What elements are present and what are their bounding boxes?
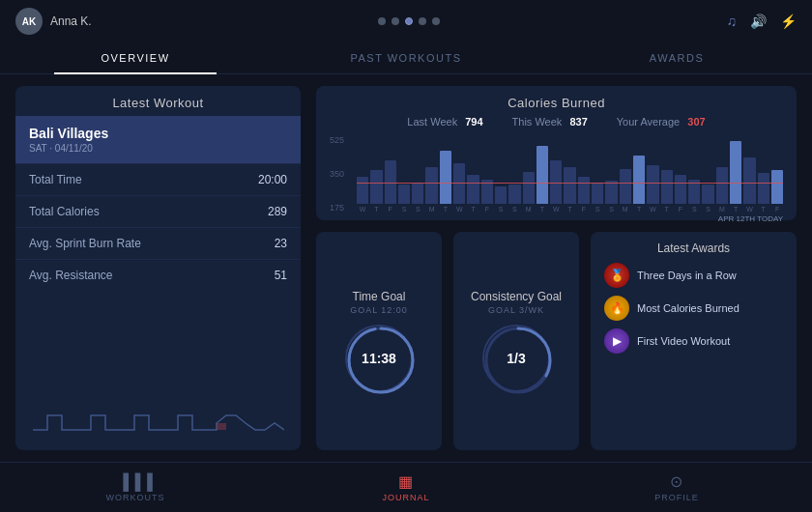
left-panel: Latest Workout Bali Villages SAT · 04/11… — [15, 86, 301, 450]
bar-22 — [661, 170, 673, 204]
awards-title: Latest Awards — [604, 242, 783, 255]
chart-bar-22: T — [661, 170, 673, 213]
workout-header[interactable]: Bali Villages SAT · 04/11/20 — [15, 116, 301, 163]
chart-bar-13: T — [536, 146, 548, 213]
chart-bar-15: T — [564, 167, 575, 213]
avg-line — [357, 183, 783, 184]
day-label-14: W — [553, 206, 560, 213]
chart-bar-20: T — [633, 156, 645, 213]
day-label-29: T — [762, 206, 766, 213]
chart-y-labels: 525 350 175 — [330, 135, 353, 213]
bar-23 — [675, 175, 686, 204]
workout-name: Bali Villages — [29, 126, 287, 141]
award-item-0: 🏅 Three Days in a Row — [604, 263, 783, 288]
day-label-15: T — [567, 206, 571, 213]
day-label-9: F — [485, 206, 489, 213]
bar-28 — [743, 157, 755, 204]
svg-point-2 — [349, 328, 413, 392]
chart-date-label: APR 12TH TODAY — [330, 214, 783, 223]
workout-date: SAT · 04/11/20 — [29, 143, 287, 154]
dot-2[interactable] — [392, 17, 399, 25]
award-icon-0: 🏅 — [604, 263, 629, 288]
day-label-7: W — [456, 206, 463, 213]
user-info: AK Anna K. — [15, 8, 92, 35]
workouts-icon: ▐▐▐ — [117, 473, 153, 491]
right-panel: Calories Burned Last Week 794 This Week … — [316, 86, 797, 450]
chart-bars-container: WTFSSMTWTFSSMTWTFSSMTWTFSSMTWTF — [357, 135, 783, 213]
profile-label: PROFILE — [654, 493, 699, 502]
bar-10 — [495, 186, 507, 204]
dot-4[interactable] — [419, 17, 426, 25]
chart-bar-21: W — [647, 165, 658, 213]
stat-value-calories: 289 — [268, 205, 287, 218]
day-label-30: F — [775, 206, 779, 213]
award-label-0: Three Days in a Row — [637, 270, 737, 281]
stat-total-time: Total Time 20:00 — [15, 163, 301, 195]
day-label-20: T — [637, 206, 641, 213]
chart-bar-14: W — [550, 160, 562, 213]
nav-workouts[interactable]: ▐▐▐ WORKOUTS — [0, 463, 271, 512]
tab-awards[interactable]: AWARDS — [541, 43, 812, 73]
award-label-2: First Video Workout — [637, 335, 730, 347]
music-icon[interactable]: ♫ — [726, 14, 737, 29]
dot-1[interactable] — [378, 17, 386, 25]
day-label-13: T — [540, 206, 544, 213]
profile-icon: ⊙ — [670, 472, 683, 491]
dot-5[interactable] — [432, 17, 440, 25]
day-label-28: W — [746, 206, 753, 213]
volume-icon[interactable]: 🔊 — [750, 14, 767, 29]
nav-profile[interactable]: ⊙ PROFILE — [541, 463, 812, 512]
chart-bar-4: S — [412, 183, 423, 213]
day-label-2: F — [389, 206, 392, 213]
last-week-value: 794 — [465, 116, 482, 128]
avg-value: 307 — [687, 116, 705, 128]
bar-26 — [716, 167, 728, 204]
tab-overview[interactable]: OVERVIEW — [0, 43, 271, 73]
chart-bar-3: S — [398, 185, 410, 213]
day-label-16: F — [582, 206, 586, 213]
bar-7 — [453, 163, 465, 204]
chart-bar-1: T — [370, 170, 382, 213]
dot-3[interactable] — [405, 17, 413, 25]
consistency-goal-svg — [482, 325, 554, 396]
chart-bar-10: S — [495, 186, 507, 213]
bar-30 — [771, 170, 783, 204]
bar-12 — [523, 172, 535, 204]
chart-bar-23: F — [675, 175, 686, 213]
bar-24 — [688, 180, 700, 204]
day-label-21: W — [650, 206, 656, 213]
chart-bar-7: W — [453, 163, 465, 213]
stat-value-sprint: 23 — [275, 237, 287, 250]
header: AK Anna K. ♫ 🔊 ⚡ — [0, 0, 812, 43]
calories-title: Calories Burned — [330, 96, 783, 110]
bar-8 — [467, 175, 478, 204]
bar-17 — [592, 183, 603, 204]
avg-label: Your Average — [617, 116, 680, 128]
stat-resistance: Avg. Resistance 51 — [15, 259, 301, 291]
calories-stats: Last Week 794 This Week 837 Your Average… — [330, 116, 783, 128]
day-label-8: T — [471, 206, 475, 213]
bar-0 — [357, 177, 368, 204]
day-label-10: S — [499, 206, 504, 213]
tab-past-workouts[interactable]: PAST WORKOUTS — [271, 43, 541, 73]
bluetooth-icon[interactable]: ⚡ — [780, 14, 797, 29]
this-week-value: 837 — [569, 116, 587, 128]
avatar: AK — [15, 8, 43, 35]
main-content: Latest Workout Bali Villages SAT · 04/11… — [0, 74, 812, 462]
chart-bar-9: F — [481, 180, 493, 213]
day-label-0: W — [360, 206, 366, 213]
bar-9 — [481, 180, 493, 204]
chart-bar-25: S — [702, 185, 713, 213]
bar-18 — [605, 181, 617, 204]
chart-bar-8: T — [467, 175, 478, 213]
day-label-1: T — [374, 206, 378, 213]
awards-panel: Latest Awards 🏅 Three Days in a Row 🔥 Mo… — [591, 232, 797, 450]
user-name: Anna K. — [50, 14, 92, 28]
chart-bar-18: S — [605, 181, 617, 213]
nav-tabs: OVERVIEW PAST WORKOUTS AWARDS — [0, 43, 812, 74]
chart-bar-12: M — [523, 172, 535, 213]
nav-journal[interactable]: ▦ JOURNAL — [271, 463, 541, 512]
journal-icon: ▦ — [398, 472, 414, 491]
bar-5 — [425, 167, 437, 204]
chart-bar-29: T — [758, 173, 769, 213]
